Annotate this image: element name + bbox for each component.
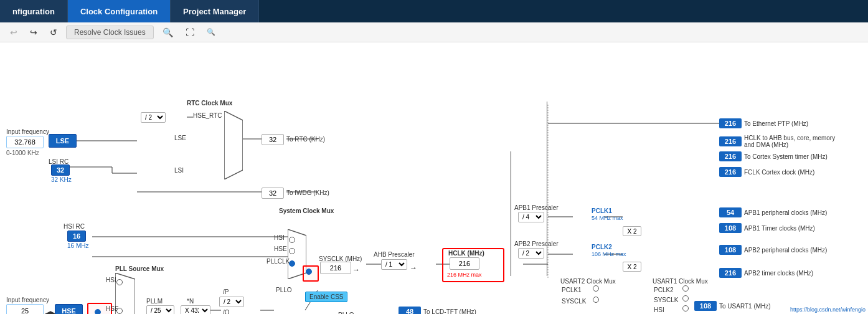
- top-navigation: nfiguration Clock Configuration Project …: [0, 0, 868, 22]
- divp-select[interactable]: / 2: [219, 297, 244, 307]
- out-row-2: 216 To Cortex System timer (MHz): [719, 151, 828, 161]
- lsi-mux-label: LSI: [174, 167, 184, 174]
- hsi-sys-label: HSI: [274, 234, 285, 241]
- clock-diagram: Input frequency 32.768 0-1000 KHz LSE LS…: [0, 42, 868, 314]
- rtc-val-box[interactable]: 32: [262, 134, 284, 145]
- redo-button[interactable]: ↪: [26, 26, 41, 39]
- out-row-5: 108 APB1 Timer clocks (MHz): [719, 223, 815, 233]
- out-row-1: 216 HCLK to AHB bus, core, memory and DM…: [719, 135, 844, 148]
- undo-button[interactable]: ↩: [6, 26, 21, 39]
- nav-item-extra[interactable]: [259, 0, 868, 22]
- ahb-arrow: →: [410, 264, 417, 272]
- pclk1-label: PCLK1: [592, 207, 612, 214]
- input-freq-val-2[interactable]: 25: [6, 304, 44, 314]
- rtc-mux-shape: [224, 111, 243, 179]
- pllclk-filled-radio[interactable]: [306, 269, 312, 275]
- pllm-select[interactable]: / 25: [146, 305, 174, 314]
- pllm-label: PLLM: [146, 298, 163, 305]
- zoom-in-button[interactable]: 🔍: [159, 26, 177, 39]
- usart1-hsi-radio[interactable]: [682, 305, 689, 312]
- lse-box[interactable]: LSE: [49, 134, 77, 148]
- lcd-label: To LCD-TFT (MHz): [423, 308, 476, 315]
- out-val-0: 216: [719, 118, 742, 128]
- hsi-usart1: HSI: [654, 307, 664, 313]
- nav-item-project[interactable]: Project Manager: [171, 0, 259, 22]
- lse-mux-label: LSE: [174, 135, 186, 141]
- out-val-5: 108: [719, 223, 742, 233]
- hsi-rc-label: HSI RC: [64, 223, 85, 230]
- sys-clock-mux-label: System Clock Mux: [279, 207, 334, 214]
- out-label-3: FCLK Cortex clock (MHz): [744, 169, 814, 176]
- input-freq-val-1[interactable]: 32.768: [6, 136, 44, 148]
- out-val-3: 216: [719, 167, 742, 177]
- sysclk-val-box[interactable]: 216: [320, 262, 351, 274]
- div2-select[interactable]: / 2: [141, 112, 166, 123]
- resolve-clock-button[interactable]: Resolve Clock Issues: [66, 26, 154, 39]
- watermark: https://blog.csdn.net/winfengio: [790, 307, 866, 313]
- divq-label: /Q: [223, 309, 230, 314]
- pclk2-usart1: PCLK2: [654, 287, 674, 293]
- usart2-sysclk-radio[interactable]: [593, 297, 599, 303]
- pllclk-sys-radio[interactable]: [289, 260, 295, 267]
- hse-pll-radio[interactable]: [95, 309, 101, 314]
- rtc-clock-mux-label: RTC Clock Mux: [187, 100, 232, 107]
- out-label-5: APB1 Timer clocks (MHz): [744, 225, 815, 232]
- pllclk-sys-label: PLLCLK: [267, 258, 290, 265]
- reset-button[interactable]: ↺: [46, 26, 61, 39]
- apb2-div-select[interactable]: / 2: [518, 248, 544, 259]
- out-row-7: 216 APB2 timer clocks (MHz): [719, 268, 813, 278]
- hclk-val-box[interactable]: 216: [450, 257, 479, 270]
- to-iwdg-label: To IWDG (KHz): [286, 189, 329, 196]
- out-val-4: 54: [719, 207, 742, 217]
- divp-label: /P: [223, 288, 229, 295]
- out-label-7: APB2 timer clocks (MHz): [744, 270, 813, 277]
- usart1-val: 108: [694, 301, 717, 311]
- out-label-2: To Cortex System timer (MHz): [744, 153, 828, 160]
- hse-pll-radio2[interactable]: [116, 308, 123, 314]
- input-freq-label-1: Input frequency: [6, 128, 49, 135]
- hsi-pll-radio[interactable]: [116, 279, 123, 285]
- ahb-div-select[interactable]: / 1: [381, 259, 407, 270]
- x432-select[interactable]: X 432: [181, 305, 210, 314]
- hse-sys-radio[interactable]: [289, 248, 295, 254]
- iwdg-val-box[interactable]: 32: [262, 188, 284, 199]
- pclk1-usart2: PCLK1: [562, 287, 582, 293]
- input-freq-label-2: Input frequency: [6, 297, 49, 303]
- hsi-freq-label: 16 MHz: [67, 242, 88, 249]
- usart1-mux-label: USART1 Clock Mux: [653, 278, 708, 285]
- usart1-label: To USART1 (MHz): [719, 303, 771, 310]
- pll-source-mux-label: PLL Source Mux: [115, 265, 164, 272]
- out-row-0: 216 To Ethernet PTP (MHz): [719, 118, 808, 128]
- lcd-val: 48: [399, 307, 421, 314]
- sysclk-usart2: SYSCLK: [562, 298, 586, 305]
- pllq-line-label: PLLQ: [338, 312, 354, 314]
- out-label-1: HCLK to AHB bus, core, memory and DMA (M…: [744, 135, 844, 148]
- svg-marker-29: [224, 111, 243, 179]
- hclk-vertical-line: [511, 151, 511, 276]
- zoom-out-button[interactable]: 🔍: [203, 26, 219, 38]
- hclk-label: HCLK (MHz): [448, 250, 484, 257]
- out-val-6: 108: [719, 245, 742, 255]
- fit-button[interactable]: ⛶: [182, 26, 198, 39]
- usart1-sysclk-radio[interactable]: [682, 295, 689, 302]
- lsi-freq-label: 32 KHz: [51, 176, 72, 183]
- hsi-sys-radio[interactable]: [289, 237, 295, 243]
- nav-item-clock[interactable]: Clock Configuration: [68, 0, 171, 22]
- pll-n-label: *N: [187, 298, 194, 305]
- hse-box[interactable]: HSE: [55, 304, 83, 314]
- apb1-label: APB1 Prescaler: [514, 204, 559, 211]
- to-rtc-label: To RTC (KHz): [286, 136, 325, 143]
- nav-item-configuration[interactable]: nfiguration: [0, 0, 68, 22]
- hsi-pll-label: HSI: [106, 277, 116, 283]
- usart2-pclk1-radio[interactable]: [593, 285, 599, 292]
- hse-sys-label: HSE: [274, 245, 287, 252]
- usart1-pclk2-radio[interactable]: [682, 285, 689, 292]
- hsi-val-box: 16: [67, 231, 86, 242]
- apb2-label: APB2 Prescaler: [514, 240, 559, 247]
- out-val-1: 216: [719, 136, 742, 146]
- pclk2-label: PCLK2: [592, 244, 612, 250]
- apb1-div-select[interactable]: / 4: [518, 212, 544, 222]
- output-vline: [547, 102, 547, 276]
- hse-rtc-label: HSE_RTC: [193, 112, 222, 119]
- enable-css-button[interactable]: Enable CSS: [305, 292, 347, 302]
